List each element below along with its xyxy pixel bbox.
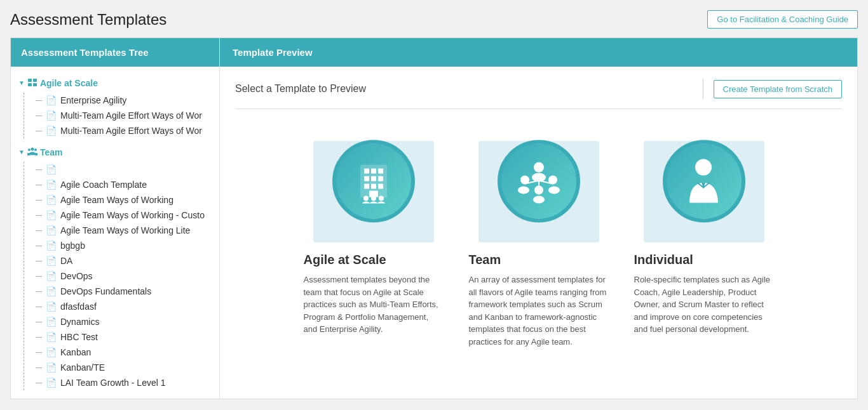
tree-label-agile-team-wow-custom: Agile Team Ways of Working - Custo xyxy=(60,210,205,220)
tree-label-bgbgb: bgbgb xyxy=(60,241,85,251)
tree-label-kanban-te: Kanban/TE xyxy=(60,362,105,373)
svg-point-34 xyxy=(533,196,545,204)
doc-icon: 📄 xyxy=(46,347,57,357)
tree-children-agile-at-scale: 📄 Enterprise Agility 📄 Multi-Team Agile … xyxy=(24,93,219,138)
doc-icon: 📄 xyxy=(46,225,57,235)
team-icon xyxy=(516,159,562,204)
doc-icon: 📄 xyxy=(46,95,57,105)
card-agile-at-scale: Agile at Scale Assessment templates beyo… xyxy=(304,128,444,348)
svg-point-6 xyxy=(28,149,31,151)
svg-rect-17 xyxy=(364,184,369,189)
tree-item-dfasfdasf[interactable]: 📄 dfasfdasf xyxy=(36,299,219,314)
svg-rect-13 xyxy=(378,169,383,174)
tree-icon-team xyxy=(27,146,37,158)
tree-item-blank[interactable]: 📄 xyxy=(36,162,219,177)
tree-item-hbc-test[interactable]: 📄 HBC Test xyxy=(36,329,219,345)
tree-item-lai-team-growth[interactable]: 📄 LAI Team Growth - Level 1 xyxy=(36,375,219,390)
doc-icon: 📄 xyxy=(46,241,57,251)
card-icon-individual xyxy=(644,128,764,242)
tree-label-agile-coach: Agile Coach Template xyxy=(60,180,147,190)
tree-label-devops: DevOps xyxy=(60,271,93,281)
tree-label-devops-fundamentals: DevOps Fundamentals xyxy=(60,286,151,296)
tree-item-agile-team-wow-lite[interactable]: 📄 Agile Team Ways of Working Lite xyxy=(36,223,219,238)
svg-rect-14 xyxy=(364,176,369,182)
preview-top-bar-right: Create Template from Scratch xyxy=(693,79,842,98)
doc-icon: 📄 xyxy=(46,256,57,266)
card-desc-team: An array of assessment templates for all… xyxy=(469,274,609,348)
svg-rect-1 xyxy=(33,79,37,82)
doc-icon: 📄 xyxy=(46,271,57,281)
expand-icon-team: ▼ xyxy=(18,149,25,155)
doc-icon: 📄 xyxy=(46,332,57,342)
doc-icon: 📄 xyxy=(46,362,57,373)
tree-label-dfasfdasf: dfasfdasf xyxy=(60,301,97,312)
tree-item-kanban[interactable]: 📄 Kanban xyxy=(36,345,219,360)
card-team: Team An array of assessment templates fo… xyxy=(469,128,609,348)
circle-individual xyxy=(663,140,745,223)
tree-item-agile-team-wow-custom[interactable]: 📄 Agile Team Ways of Working - Custo xyxy=(36,208,219,223)
card-title-agile-at-scale: Agile at Scale xyxy=(304,253,386,267)
tree-root-agile-at-scale[interactable]: ▼ Agile at Scale xyxy=(16,73,219,93)
svg-rect-16 xyxy=(378,176,383,182)
tree-label-agile-team-wow-lite: Agile Team Ways of Working Lite xyxy=(60,225,190,235)
tree-root-team[interactable]: ▼ Team xyxy=(16,142,219,162)
sidebar-header: Assessment Templates Tree xyxy=(11,38,219,67)
tree-label-team: Team xyxy=(40,147,63,157)
tree-label-hbc-test: HBC Test xyxy=(60,332,98,342)
expand-icon: ▼ xyxy=(18,79,25,86)
tree-item-multiteam1[interactable]: 📄 Multi-Team Agile Effort Ways of Wor xyxy=(36,108,219,123)
doc-icon: 📄 xyxy=(46,317,57,327)
tree-icon-agile-at-scale xyxy=(27,77,37,89)
doc-icon: 📄 xyxy=(46,126,57,136)
svg-point-32 xyxy=(548,187,560,194)
tree-label-enterprise-agility: Enterprise Agility xyxy=(60,95,126,105)
svg-point-8 xyxy=(34,149,37,151)
tree-item-agile-team-wow[interactable]: 📄 Agile Team Ways of Working xyxy=(36,192,219,208)
tree-item-multiteam2[interactable]: 📄 Multi-Team Agile Effort Ways of Wor xyxy=(36,123,219,138)
facilitation-guide-button[interactable]: Go to Facilitation & Coaching Guide xyxy=(707,10,858,29)
page-title-bar: Assessment Templates Go to Facilitation … xyxy=(10,10,858,29)
tree-item-dynamics[interactable]: 📄 Dynamics xyxy=(36,314,219,329)
doc-icon: 📄 xyxy=(46,210,57,220)
preview-top-bar: Select a Template to Preview Create Temp… xyxy=(235,79,842,109)
tree-item-kanban-te[interactable]: 📄 Kanban/TE xyxy=(36,360,219,375)
tree-children-team: 📄 📄 Agile Coach Template 📄 Agile Team Wa… xyxy=(24,162,219,390)
svg-point-24 xyxy=(370,202,377,204)
preview-top-bar-left: Select a Template to Preview xyxy=(235,83,366,95)
tree-label-lai-team-growth: LAI Team Growth - Level 1 xyxy=(60,378,165,388)
tree-label-agile-team-wow: Agile Team Ways of Working xyxy=(60,195,173,205)
tree-label-multiteam2: Multi-Team Agile Effort Ways of Wor xyxy=(60,126,202,136)
svg-point-21 xyxy=(363,196,369,201)
svg-point-26 xyxy=(377,202,385,204)
svg-point-22 xyxy=(362,202,370,204)
doc-icon: 📄 xyxy=(46,180,57,190)
page-title: Assessment Templates xyxy=(10,11,166,29)
tree-label-dynamics: Dynamics xyxy=(60,317,99,327)
svg-rect-18 xyxy=(371,184,376,189)
tree-item-da[interactable]: 📄 DA xyxy=(36,253,219,268)
tree-section-team: ▼ Team 📄 📄 xyxy=(11,142,219,390)
select-template-text: Select a Template to Preview xyxy=(235,83,366,95)
svg-rect-11 xyxy=(364,169,369,174)
card-icon-agile-at-scale xyxy=(313,128,434,242)
tree-section-agile-at-scale: ▼ Agile at Scale 📄 Enterprise Agility xyxy=(11,73,219,138)
circle-building xyxy=(332,140,415,223)
doc-icon: 📄 xyxy=(46,110,57,121)
svg-rect-0 xyxy=(28,79,32,82)
doc-icon: 📄 xyxy=(46,378,57,388)
content-header: Template Preview xyxy=(220,38,857,67)
doc-icon: 📄 xyxy=(46,164,57,175)
svg-point-33 xyxy=(534,186,543,195)
tree-item-bgbgb[interactable]: 📄 bgbgb xyxy=(36,238,219,253)
card-icon-team xyxy=(478,128,599,242)
card-individual: Individual Role-specific templates such … xyxy=(634,128,774,348)
tree-item-devops[interactable]: 📄 DevOps xyxy=(36,268,219,284)
card-title-team: Team xyxy=(469,253,501,267)
tree-item-agile-coach[interactable]: 📄 Agile Coach Template xyxy=(36,177,219,192)
tree-item-enterprise-agility[interactable]: 📄 Enterprise Agility xyxy=(36,93,219,108)
sidebar-body: ▼ Agile at Scale 📄 Enterprise Agility xyxy=(11,67,219,399)
tree-item-devops-fundamentals[interactable]: 📄 DevOps Fundamentals xyxy=(36,284,219,299)
page-wrapper: Assessment Templates Go to Facilitation … xyxy=(0,0,868,409)
svg-point-28 xyxy=(532,173,546,182)
create-template-button[interactable]: Create Template from Scratch xyxy=(714,80,842,98)
